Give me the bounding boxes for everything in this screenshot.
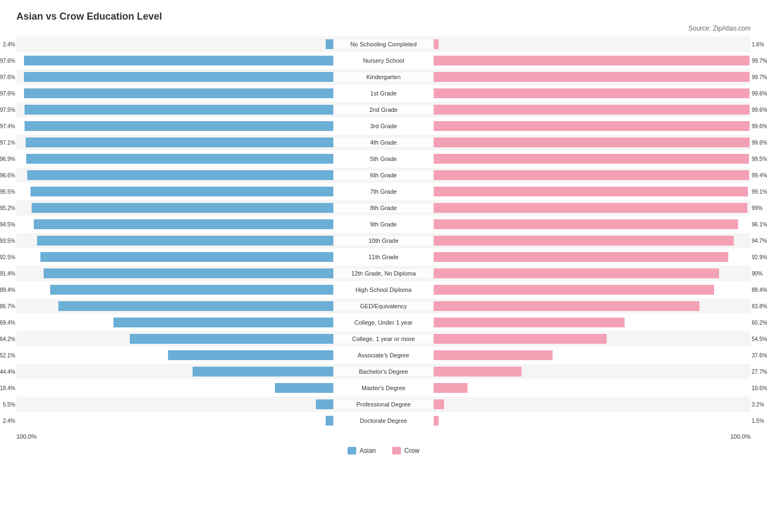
asian-bar [193,367,333,376]
chart-row: 97.6%Kindergarten99.7% [16,69,751,85]
asian-value: 96.9% [0,156,15,162]
asian-bar [24,72,333,82]
crow-bar [434,72,750,82]
left-col: 44.4% [16,364,334,379]
row-label: 1st Grade [334,89,433,98]
chart-row: 44.4%Bachelor's Degree27.7% [16,364,751,379]
crow-value: 99.6% [752,140,767,146]
right-col: 1.6% [433,37,751,52]
right-col: 37.6% [433,348,751,363]
left-col: 93.5% [16,233,334,248]
chart-row: 92.5%11th Grade92.9% [16,249,751,265]
asian-value: 97.6% [0,74,15,80]
asian-bar [32,203,333,213]
asian-bar [25,121,333,131]
crow-value: 83.8% [752,303,767,309]
left-col: 89.4% [16,282,334,297]
left-col: 97.6% [16,53,334,68]
legend-crow-label: Crow [404,447,420,455]
left-col: 96.9% [16,151,334,166]
row-label: 12th Grade, No Diploma [334,269,433,278]
chart-row: 2.4%No Schooling Completed1.6% [16,37,751,52]
asian-bar [326,416,333,426]
crow-value: 99.4% [752,172,767,178]
asian-value: 18.4% [0,385,15,391]
asian-value: 2.4% [0,418,15,424]
legend-asian-box [347,447,356,455]
right-col: 96.1% [433,217,751,232]
asian-value: 86.7% [0,303,15,309]
crow-bar [434,236,734,246]
left-col: 91.4% [16,266,334,281]
asian-bar [130,334,333,344]
left-col: 18.4% [16,380,334,396]
asian-bar [58,301,333,311]
right-col: 99.5% [433,151,751,166]
asian-value: 44.4% [0,369,15,375]
left-col: 52.1% [16,348,334,363]
asian-value: 89.4% [0,287,15,293]
chart-row: 94.5%9th Grade96.1% [16,217,751,232]
crow-value: 99.5% [752,156,767,162]
crow-bar [434,56,750,65]
asian-value: 2.4% [0,41,15,47]
right-col: 88.4% [433,282,751,297]
left-col: 69.4% [16,315,334,330]
left-col: 64.2% [16,331,334,346]
row-label: 5th Grade [334,154,433,163]
asian-bar [168,350,333,360]
row-label: Bachelor's Degree [334,367,433,376]
chart-row: 18.4%Master's Degree10.6% [16,380,751,396]
crow-bar [434,121,750,131]
crow-value: 99% [752,205,767,211]
right-col: 83.8% [433,298,751,314]
crow-value: 60.2% [752,320,767,326]
crow-value: 88.4% [752,287,767,293]
row-label: Professional Degree [334,400,433,409]
chart-row: 69.4%College, Under 1 year60.2% [16,315,751,330]
row-label: 7th Grade [334,187,433,196]
row-label: 3rd Grade [334,122,433,130]
crow-value: 99.7% [752,58,767,64]
asian-value: 97.6% [0,91,15,97]
right-col: 90% [433,266,751,281]
asian-bar [316,399,333,409]
chart-title: Asian vs Crow Education Level [16,11,751,22]
chart-row: 97.5%2nd Grade99.6% [16,102,751,117]
row-label: Nursery School [334,56,433,65]
axis-left: 100.0% [16,433,334,440]
right-col: 27.7% [433,364,751,379]
chart-row: 89.4%High School Diploma88.4% [16,282,751,297]
crow-value: 10.6% [752,385,767,391]
row-label: No Schooling Completed [334,40,433,49]
chart-row: 64.2%College, 1 year or more54.5% [16,331,751,346]
crow-bar [434,268,719,278]
right-col: 99.1% [433,184,751,199]
left-col: 2.4% [16,37,334,52]
asian-bar [40,252,333,262]
left-col: 97.1% [16,135,334,150]
right-col: 1.5% [433,413,751,428]
left-col: 96.6% [16,168,334,183]
asian-bar [50,285,333,295]
left-col: 94.5% [16,217,334,232]
right-col: 3.2% [433,397,751,412]
crow-bar [434,187,748,196]
right-col: 99.7% [433,69,751,85]
asian-bar [25,105,333,115]
asian-bar [26,138,333,147]
asian-value: 91.4% [0,271,15,277]
row-label: 8th Grade [334,204,433,212]
crow-value: 3.2% [752,402,767,408]
right-col: 99.6% [433,135,751,150]
right-col: 60.2% [433,315,751,330]
chart-row: 96.6%6th Grade99.4% [16,168,751,183]
chart-row: 97.6%Nursery School99.7% [16,53,751,68]
crow-value: 99.7% [752,74,767,80]
asian-bar [24,56,333,65]
legend-asian: Asian [347,447,376,455]
crow-value: 1.5% [752,418,767,424]
crow-bar [434,252,728,262]
crow-bar [434,170,749,180]
right-col: 99% [433,200,751,216]
